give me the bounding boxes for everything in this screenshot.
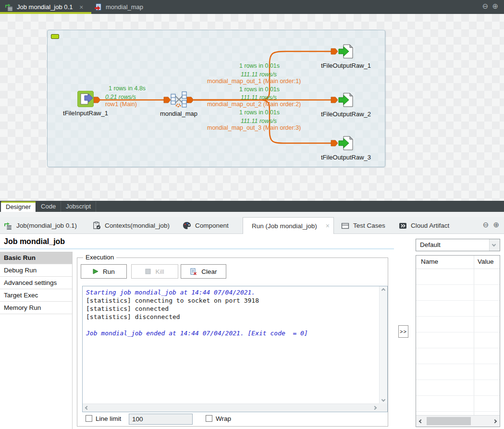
component-label[interactable]: tFileOutputRaw_2 — [321, 110, 371, 118]
connector-map-out[interactable] — [187, 97, 194, 103]
sidebar-item-debug-run[interactable]: Debug Run — [0, 264, 72, 277]
talend-studio-window: Job mondial_job 0.1 × mondial_map ⊖ ⊕ — [0, 0, 504, 429]
column-header-value[interactable]: Value — [478, 258, 494, 265]
design-canvas[interactable]: tFileInputRaw_1 mondial_map — [0, 14, 504, 201]
tab-code[interactable]: Code — [36, 201, 61, 212]
component-label[interactable]: mondial_map — [160, 110, 197, 117]
tfileinputraw-icon[interactable] — [77, 91, 94, 107]
close-icon[interactable]: × — [326, 222, 330, 230]
console-horizontal-scrollbar[interactable] — [83, 404, 379, 412]
tab-jobscript[interactable]: Jobscript — [61, 201, 96, 212]
connection-stat-rows: 1 rows in 0.01s — [239, 109, 280, 116]
tab-cloud-artifact-view[interactable]: Cloud Artifact — [399, 217, 449, 234]
maximize-icon[interactable]: ⊕ — [493, 221, 499, 229]
designer-tabbar: Designer Code Jobscript — [0, 201, 504, 212]
tmap-icon[interactable] — [171, 91, 187, 109]
play-icon — [93, 269, 98, 274]
clear-button-label: Clear — [201, 268, 217, 275]
table-horizontal-scrollbar[interactable] — [416, 415, 500, 427]
connection-stat-rows: 1 rows in 0.01s — [239, 62, 280, 69]
line-limit-input[interactable] — [129, 414, 193, 425]
tab-label: Contexts(mondial_job) — [105, 222, 170, 229]
component-label[interactable]: tFileOutputRaw_3 — [321, 154, 371, 161]
table-row — [416, 364, 500, 380]
table-row — [416, 332, 500, 348]
connection-label[interactable]: mondial_map_out_1 (Main order:1) — [207, 78, 301, 85]
close-icon[interactable]: × — [79, 3, 83, 11]
job-icon — [5, 3, 13, 11]
minimize-icon[interactable]: ⊖ — [482, 1, 489, 12]
scroll-left-icon[interactable] — [85, 406, 89, 410]
maximize-icon[interactable]: ⊕ — [492, 1, 498, 12]
connector-out3-in[interactable] — [331, 140, 338, 146]
expand-context-button[interactable]: >> — [398, 325, 408, 338]
scroll-up-icon[interactable] — [381, 288, 385, 292]
scroll-right-icon[interactable] — [373, 406, 377, 410]
tab-component-view[interactable]: Component — [183, 217, 229, 234]
line-limit-checkbox[interactable] — [86, 415, 92, 422]
console-output: Starting job mondial_job at 14:44 07/04/… — [86, 288, 378, 402]
kill-button[interactable]: Kill — [131, 264, 178, 279]
editor-tab-label: Job mondial_job 0.1 — [17, 3, 73, 11]
scroll-left-icon[interactable] — [419, 419, 423, 423]
sidebar-item-memory-run[interactable]: Memory Run — [0, 302, 72, 314]
scrollbar-thumb[interactable] — [427, 417, 471, 425]
console-line: Starting job mondial_job at 14:44 07/04/… — [86, 288, 378, 296]
execution-console[interactable]: Starting job mondial_job at 14:44 07/04/… — [82, 286, 388, 412]
editor-tab-job[interactable]: Job mondial_job 0.1 × — [0, 0, 91, 14]
connection-label[interactable]: row1 (Main) — [105, 101, 137, 108]
connector-out2-in[interactable] — [331, 97, 338, 103]
line-limit-label: Line limit — [96, 415, 121, 422]
scroll-down-icon[interactable] — [381, 398, 385, 402]
table-row — [416, 348, 500, 364]
map-icon — [94, 3, 102, 11]
run-button[interactable]: Run — [81, 264, 127, 279]
column-header-name[interactable]: Name — [421, 258, 438, 265]
contexts-icon — [93, 221, 101, 230]
context-table-rows — [416, 269, 500, 415]
sidebar-item-basic-run[interactable]: Basic Run — [0, 252, 72, 264]
table-row — [416, 301, 500, 317]
context-table-header: Name Value — [416, 256, 500, 269]
test-cases-icon — [341, 222, 349, 230]
editor-tab-map[interactable]: mondial_map — [94, 0, 161, 14]
table-row — [416, 396, 500, 412]
tab-test-cases-view[interactable]: Test Cases — [341, 217, 385, 234]
console-options-row: Line limit Wrap — [77, 414, 388, 426]
tab-contexts-view[interactable]: Contexts(mondial_job) — [93, 217, 170, 234]
tab-designer[interactable]: Designer — [1, 201, 36, 212]
console-vertical-scrollbar[interactable] — [379, 286, 387, 404]
tab-label: Code — [41, 203, 56, 210]
connection-label[interactable]: mondial_map_out_2 (Main order:2) — [207, 101, 301, 108]
clear-button[interactable]: Clear — [181, 264, 226, 279]
minimize-icon[interactable]: ⊖ — [483, 221, 489, 229]
panel-sash[interactable] — [0, 212, 504, 217]
wrap-checkbox[interactable] — [206, 415, 212, 422]
context-variables-table: Name Value — [416, 255, 500, 427]
table-row — [416, 380, 500, 396]
sidebar-item-target-exec[interactable]: Target Exec — [0, 289, 72, 302]
tab-job-view[interactable]: Job(mondial_job 0.1) — [4, 217, 77, 234]
connection-stat-rate: 111.11 rows/s — [241, 71, 277, 78]
chevron-down-icon[interactable] — [489, 239, 500, 251]
connection-label[interactable]: mondial_map_out_3 (Main order:3) — [207, 124, 301, 131]
tfileoutputraw-icon[interactable] — [338, 43, 354, 60]
scroll-right-icon[interactable] — [493, 419, 497, 423]
tab-run-view[interactable]: Run (Job mondial_job) × — [243, 217, 334, 234]
connector-map-in[interactable] — [164, 97, 171, 103]
connections-layer — [48, 30, 386, 168]
editor-tab-label: mondial_map — [106, 3, 143, 11]
run-sidebar: Basic Run Debug Run Advanced settings Ta… — [0, 252, 73, 429]
connector-out1-in[interactable] — [331, 49, 338, 54]
tfileoutputraw-icon[interactable] — [338, 92, 354, 108]
context-select[interactable]: Default — [416, 239, 500, 251]
job-subjob-panel[interactable]: tFileInputRaw_1 mondial_map — [47, 30, 385, 167]
component-label[interactable]: tFileOutputRaw_1 — [321, 62, 371, 69]
tfileoutputraw-icon[interactable] — [338, 135, 354, 151]
sidebar-item-advanced-settings[interactable]: Advanced settings — [0, 277, 72, 289]
editor-tabbar: Job mondial_job 0.1 × mondial_map ⊖ ⊕ — [0, 0, 504, 14]
connector-input-out[interactable] — [94, 97, 100, 103]
view-window-controls: ⊖ ⊕ — [483, 221, 499, 229]
tab-label: Run (Job mondial_job) — [252, 222, 317, 230]
component-label[interactable]: tFileInputRaw_1 — [63, 110, 108, 117]
